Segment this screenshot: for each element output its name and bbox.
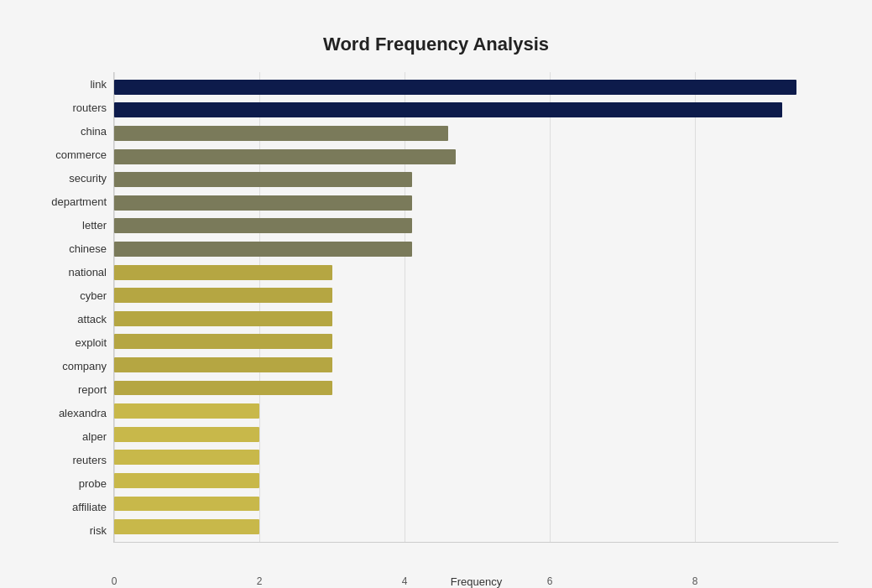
chart-title: Word Frequency Analysis	[34, 34, 838, 55]
bar-row	[114, 215, 838, 238]
bar	[114, 288, 332, 303]
bar-row	[114, 75, 838, 99]
chart-container: Word Frequency Analysis linkrouterschina…	[17, 17, 855, 588]
bar-row	[114, 284, 838, 307]
y-label: china	[81, 126, 107, 137]
y-label: routers	[73, 102, 107, 113]
y-label: alper	[82, 431, 107, 442]
bar	[114, 265, 332, 280]
bar-row	[114, 122, 838, 145]
bar	[114, 126, 448, 141]
y-label: commerce	[55, 149, 107, 160]
y-label: company	[62, 361, 107, 372]
y-label: link	[90, 79, 107, 90]
bar	[114, 195, 412, 211]
bar	[114, 427, 259, 442]
chart-area: linkrouterschinacommercesecuritydepartme…	[34, 72, 838, 543]
y-label: cyber	[80, 290, 107, 301]
bar-row	[114, 307, 838, 330]
plot-area: 02468 Frequency	[113, 72, 838, 543]
bar-row	[114, 399, 838, 423]
bar-row	[114, 446, 838, 470]
y-label: report	[78, 384, 107, 395]
y-label: affiliate	[72, 502, 107, 513]
bar-row	[114, 353, 838, 377]
bar-row	[114, 237, 838, 261]
y-axis: linkrouterschinacommercesecuritydepartme…	[34, 72, 113, 543]
bar	[114, 519, 259, 534]
bar	[114, 497, 259, 512]
bar-row	[114, 515, 838, 539]
bar	[114, 357, 332, 372]
y-label: probe	[79, 478, 107, 489]
y-label: alexandra	[59, 408, 107, 419]
bar-row	[114, 423, 838, 446]
bar	[114, 102, 782, 117]
bar	[114, 450, 259, 465]
y-label: reuters	[73, 455, 107, 466]
bar	[114, 473, 259, 488]
bar-row	[114, 261, 838, 284]
bar-row	[114, 377, 838, 400]
bar	[114, 311, 332, 326]
bar	[114, 242, 412, 257]
bar	[114, 403, 259, 419]
y-label: letter	[82, 220, 107, 231]
bars-wrapper	[114, 72, 838, 542]
y-label: national	[68, 267, 107, 278]
x-axis-label: Frequency	[114, 575, 838, 588]
bar-row	[114, 168, 838, 191]
bar	[114, 218, 412, 233]
y-label: security	[69, 173, 107, 184]
bar	[114, 149, 456, 164]
bar	[114, 334, 332, 349]
bar-row	[114, 469, 838, 492]
y-label: chinese	[69, 243, 107, 254]
bar	[114, 381, 332, 396]
bar-row	[114, 492, 838, 516]
bar-row	[114, 145, 838, 169]
bar-row	[114, 99, 838, 122]
bar-row	[114, 191, 838, 215]
y-label: attack	[77, 314, 107, 325]
y-label: department	[51, 196, 107, 207]
bar-row	[114, 330, 838, 354]
y-label: exploit	[75, 337, 107, 348]
bar	[114, 172, 412, 187]
bar	[114, 80, 796, 95]
y-label: risk	[90, 525, 107, 536]
